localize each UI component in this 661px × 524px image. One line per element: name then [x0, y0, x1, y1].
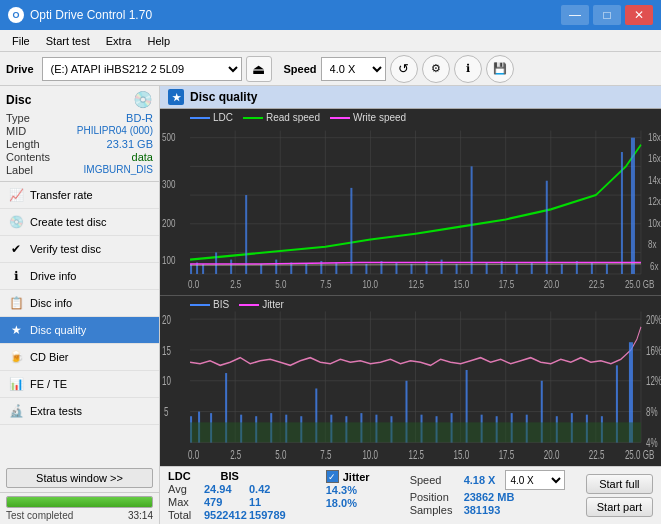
- svg-text:15.0: 15.0: [454, 449, 470, 462]
- jitter-avg-row: 14.3%: [326, 484, 370, 496]
- bis-col-header: BIS: [221, 470, 239, 482]
- title-bar: O Opti Drive Control 1.70 — □ ✕: [0, 0, 661, 30]
- lower-chart-svg: 20% 16% 12% 8% 4% 20 15 10 5 0.0 2.5 5.0…: [160, 296, 661, 466]
- sidebar-item-disc-info[interactable]: 📋 Disc info: [0, 290, 159, 317]
- sidebar-label-verify-test-disc: Verify test disc: [30, 243, 101, 255]
- menu-file[interactable]: File: [4, 33, 38, 49]
- sidebar-item-extra-tests[interactable]: 🔬 Extra tests: [0, 398, 159, 425]
- disc-icon: 💿: [133, 90, 153, 109]
- progress-text-row: Test completed 33:14: [6, 510, 153, 521]
- stats-header-row: LDC BIS: [168, 470, 286, 482]
- settings-button[interactable]: ⚙: [422, 55, 450, 83]
- speed-select[interactable]: 4.0 X: [321, 57, 386, 81]
- upper-chart-svg: 18x 16x 14x 12x 10x 8x 6x 500 300 200 10…: [160, 109, 661, 295]
- toolbar: Drive (E:) ATAPI iHBS212 2 5L09 ⏏ Speed …: [0, 52, 661, 86]
- sidebar-item-verify-test-disc[interactable]: ✔ Verify test disc: [0, 236, 159, 263]
- svg-text:0.0: 0.0: [188, 278, 200, 291]
- svg-rect-69: [621, 152, 623, 274]
- jitter-color: [239, 304, 259, 306]
- disc-row-length: Length 23.31 GB: [6, 138, 153, 150]
- upper-legend: LDC Read speed Write speed: [190, 112, 406, 123]
- disc-val-label: IMGBURN_DIS: [84, 164, 153, 176]
- svg-text:20.0: 20.0: [544, 278, 560, 291]
- svg-text:12.5: 12.5: [408, 278, 424, 291]
- sidebar-item-transfer-rate[interactable]: 📈 Transfer rate: [0, 182, 159, 209]
- write-speed-label: Write speed: [353, 112, 406, 123]
- sidebar-label-cd-bier: CD Bier: [30, 351, 69, 363]
- jitter-avg: 14.3%: [326, 484, 357, 496]
- disc-key-mid: MID: [6, 125, 26, 137]
- sidebar-item-drive-info[interactable]: ℹ Drive info: [0, 263, 159, 290]
- disc-row-mid: MID PHILIPR04 (000): [6, 125, 153, 137]
- minimize-button[interactable]: —: [561, 5, 589, 25]
- svg-text:15.0: 15.0: [454, 278, 470, 291]
- drive-select[interactable]: (E:) ATAPI iHBS212 2 5L09: [42, 57, 242, 81]
- svg-rect-50: [335, 262, 337, 273]
- menu-extra[interactable]: Extra: [98, 33, 140, 49]
- svg-text:5.0: 5.0: [275, 278, 287, 291]
- speed-section: Speed 4.18 X 4.0 X Position 23862 MB Sam…: [400, 470, 566, 521]
- sidebar-item-disc-quality[interactable]: ★ Disc quality: [0, 317, 159, 344]
- disc-key-type: Type: [6, 112, 30, 124]
- svg-text:2.5: 2.5: [230, 449, 241, 462]
- bis-label-legend: BIS: [213, 299, 229, 310]
- disc-key-contents: Contents: [6, 151, 50, 163]
- sidebar-item-cd-bier[interactable]: 🍺 CD Bier: [0, 344, 159, 371]
- max-bis: 11: [249, 496, 261, 508]
- legend-write-speed: Write speed: [330, 112, 406, 123]
- stats-total-row: Total 9522412 159789: [168, 509, 286, 521]
- svg-text:2.5: 2.5: [230, 278, 242, 291]
- maximize-button[interactable]: □: [593, 5, 621, 25]
- start-full-button[interactable]: Start full: [586, 474, 653, 494]
- svg-text:12x: 12x: [648, 195, 661, 208]
- status-window-button[interactable]: Status window >>: [6, 468, 153, 488]
- speed-key: Speed: [410, 474, 460, 486]
- svg-text:16%: 16%: [646, 344, 661, 357]
- jitter-checkbox[interactable]: ✓: [326, 470, 339, 483]
- legend-bis: BIS: [190, 299, 229, 310]
- eject-button[interactable]: ⏏: [246, 56, 272, 82]
- menu-start-test[interactable]: Start test: [38, 33, 98, 49]
- menu-help[interactable]: Help: [139, 33, 178, 49]
- speed-select2[interactable]: 4.0 X: [505, 470, 565, 490]
- position-key: Position: [410, 491, 460, 503]
- sidebar: Disc 💿 Type BD-R MID PHILIPR04 (000) Len…: [0, 86, 160, 524]
- create-disc-icon: 💿: [8, 214, 24, 230]
- ldc-color: [190, 117, 210, 119]
- svg-text:4%: 4%: [646, 437, 658, 450]
- sidebar-label-fe-te: FE / TE: [30, 378, 67, 390]
- svg-text:6x: 6x: [650, 259, 658, 272]
- svg-text:17.5: 17.5: [499, 449, 515, 462]
- svg-rect-44: [245, 195, 247, 274]
- svg-text:300: 300: [162, 177, 176, 190]
- legend-jitter: Jitter: [239, 299, 284, 310]
- speed-row: Speed 4.18 X 4.0 X: [410, 470, 566, 490]
- save-button[interactable]: 💾: [486, 55, 514, 83]
- disc-val-type: BD-R: [126, 112, 153, 124]
- info-button[interactable]: ℹ: [454, 55, 482, 83]
- refresh-button[interactable]: ↺: [390, 55, 418, 83]
- bis-color: [190, 304, 210, 306]
- chart-lower: BIS Jitter: [160, 296, 661, 466]
- disc-row-label: Label IMGBURN_DIS: [6, 164, 153, 176]
- sidebar-item-fe-te[interactable]: 📊 FE / TE: [0, 371, 159, 398]
- drive-label: Drive: [6, 63, 34, 75]
- quality-header: ★ Disc quality: [160, 86, 661, 109]
- sidebar-label-create-test-disc: Create test disc: [30, 216, 106, 228]
- svg-rect-51: [350, 188, 352, 274]
- svg-text:8%: 8%: [646, 406, 658, 419]
- close-button[interactable]: ✕: [625, 5, 653, 25]
- disc-val-length: 23.31 GB: [107, 138, 153, 150]
- start-part-button[interactable]: Start part: [586, 497, 653, 517]
- svg-text:7.5: 7.5: [320, 278, 332, 291]
- disc-val-contents: data: [132, 151, 153, 163]
- ldc-label: LDC: [213, 112, 233, 123]
- svg-rect-64: [546, 181, 548, 274]
- sidebar-label-disc-quality: Disc quality: [30, 324, 86, 336]
- svg-text:20%: 20%: [646, 314, 661, 327]
- svg-text:12.5: 12.5: [408, 449, 424, 462]
- svg-text:22.5: 22.5: [589, 449, 605, 462]
- svg-rect-65: [561, 264, 563, 274]
- sidebar-item-create-test-disc[interactable]: 💿 Create test disc: [0, 209, 159, 236]
- max-label: Max: [168, 496, 200, 508]
